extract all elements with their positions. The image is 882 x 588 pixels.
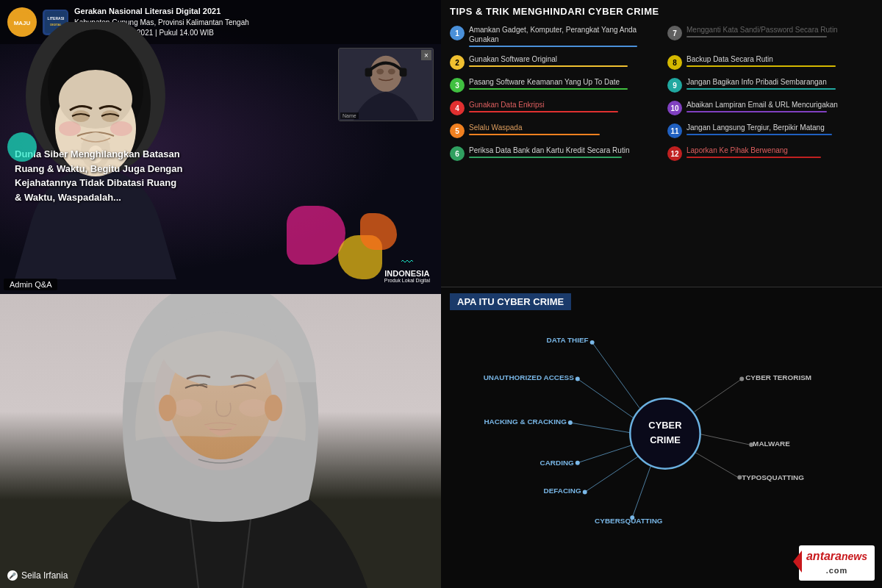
tip-item-6: 6 Periksa Data Bank dan Kartu Kredit Sec… [450,143,656,163]
tip-bar-12 [686,157,821,158]
svg-line-37 [632,467,650,518]
svg-text:TYPOSQUATTING: TYPOSQUATTING [742,473,804,481]
svg-rect-19 [400,68,407,76]
tip-content-8: Backup Data Secara Rutin [686,54,873,67]
svg-point-17 [370,56,401,92]
right-panel: TIPS & TRIK MENGHINDARI CYBER CRIME 1 Am… [441,0,882,588]
tips-section: TIPS & TRIK MENGHINDARI CYBER CRIME 1 Am… [441,0,882,287]
tip-text-9: Jangan Bagikan Info Pribadi Sembarangan [686,77,873,87]
tip-item-10: 10 Abaikan Lampiran Email & URL Mencurig… [667,98,873,118]
svg-point-60 [749,442,753,447]
tip-bar-3 [469,88,628,90]
tip-text-11: Jangan Langsung Tergiur, Berpikir Matang [686,123,873,132]
tips-grid: 1 Amankan Gadget, Komputer, Perangkat Ya… [450,23,873,163]
tip-number-12: 12 [667,146,682,161]
tip-text-2: Gunakan Software Original [469,54,656,64]
tip-content-12: Laporkan Ke Pihak Berwenang [686,146,873,158]
tip-number-2: 2 [450,55,465,70]
tip-content-4: Gunakan Data Enkripsi [469,100,656,112]
tip-bar-2 [469,65,628,67]
svg-line-39 [698,434,750,445]
tip-text-8: Backup Data Secara Rutin [686,54,873,64]
tip-text-7: Mengganti Kata Sandi/Password Secara Rut… [686,25,873,35]
svg-point-9 [59,70,132,129]
cyber-section-title: APA ITU CYBER CRIME [450,293,571,310]
svg-line-34 [570,423,636,434]
tip-content-2: Gunakan Software Original [469,54,656,67]
svg-point-10 [72,110,90,122]
webcam-small: Name × [338,48,434,121]
tip-item-2: 2 Gunakan Software Original [450,52,656,72]
svg-point-59 [739,377,744,381]
left-panel: MAJU LITERASI DIGITAL Gerakan Nasional L… [0,0,441,588]
svg-point-15 [110,121,132,136]
seila-name: Seila Irfania [21,570,68,581]
tip-item-5: 5 Selalu Waspada [450,121,656,140]
tip-number-5: 5 [450,123,465,138]
svg-point-56 [576,461,580,465]
svg-point-21 [388,68,395,74]
tip-item-1: 1 Amankan Gadget, Komputer, Perangkat Ya… [450,23,656,49]
svg-text:DEFACING: DEFACING [543,487,581,495]
antara-com: .com [826,566,848,575]
tip-bar-1 [469,46,637,47]
svg-point-30 [159,395,176,421]
tip-number-9: 9 [667,78,682,93]
tip-bar-10 [686,111,827,112]
tip-text-1: Amankan Gadget, Komputer, Perangkat Yang… [469,25,656,44]
svg-point-31 [265,395,282,421]
tip-content-1: Amankan Gadget, Komputer, Perangkat Yang… [469,25,656,47]
tip-number-11: 11 [667,123,682,138]
tip-item-11: 11 Jangan Langsung Tergiur, Berpikir Mat… [667,121,873,140]
tip-content-11: Jangan Langsung Tergiur, Berpikir Matang [686,123,873,135]
svg-line-32 [592,343,640,408]
tip-item-3: 3 Pasang Software Keamanan Yang Up To Da… [450,75,656,95]
tip-item-12: 12 Laporkan Ke Pihak Berwenang [667,143,873,163]
tip-number-3: 3 [450,78,465,93]
svg-text:UNAUTHORIZED ACCESS: UNAUTHORIZED ACCESS [484,374,574,382]
tip-bar-4 [469,111,618,112]
main-container: MAJU LITERASI DIGITAL Gerakan Nasional L… [0,0,882,588]
svg-point-57 [583,490,587,494]
svg-point-20 [376,68,384,74]
indonesia-brand: 〰 INDONESIA Produk Lokal Digital [384,256,430,283]
tip-text-10: Abaikan Lampiran Email & URL Mencurigaka… [686,100,873,110]
tip-number-7: 7 [667,26,682,40]
video-bottom: 🎤 Seila Irfania [0,294,441,588]
svg-point-61 [737,476,742,480]
webcam-close-btn[interactable]: × [421,50,431,60]
svg-point-14 [59,121,81,136]
antara-news-logo: antara news .com [799,545,875,581]
seila-label: 🎤 Seila Irfania [7,570,68,581]
svg-text:CRIME: CRIME [650,434,681,445]
tip-number-1: 1 [450,26,465,40]
svg-point-11 [101,110,119,122]
tip-bar-6 [469,157,622,158]
wave-icon: 〰 [401,256,413,269]
antara-news-text: news [842,551,867,562]
tip-item-8: 8 Backup Data Secara Rutin [667,52,873,72]
cyber-section: APA ITU CYBER CRIME [441,287,882,588]
antara-text: antara [806,550,842,563]
cyber-diagram: CYBER CRIME DATA THIEF UNAUTHORIZED ACCE… [450,316,873,551]
svg-line-36 [585,456,639,492]
tip-bar-9 [686,88,836,90]
tip-number-6: 6 [450,146,465,161]
tip-content-5: Selalu Waspada [469,123,656,135]
admin-label: Admin Q&A [4,279,57,290]
svg-point-54 [576,377,580,381]
svg-text:CYBER: CYBER [648,420,682,431]
svg-point-53 [590,340,595,345]
decor-blob-teal [7,132,37,162]
webcam-person-bg [339,49,433,121]
tip-content-7: Mengganti Kata Sandi/Password Secara Rut… [686,25,873,37]
tip-number-10: 10 [667,101,682,115]
tip-number-8: 8 [667,55,682,70]
tip-item-7: 7 Mengganti Kata Sandi/Password Secara R… [667,23,873,49]
svg-point-55 [568,420,573,425]
event-name: Gerakan Nasional Literasi Digital 2021 [74,6,249,17]
svg-text:MALWARE: MALWARE [753,440,790,448]
svg-text:CARDING: CARDING [540,459,575,467]
tips-title: TIPS & TRIK MENGHINDARI CYBER CRIME [450,6,873,17]
tip-content-6: Periksa Data Bank dan Kartu Kredit Secar… [469,146,656,158]
